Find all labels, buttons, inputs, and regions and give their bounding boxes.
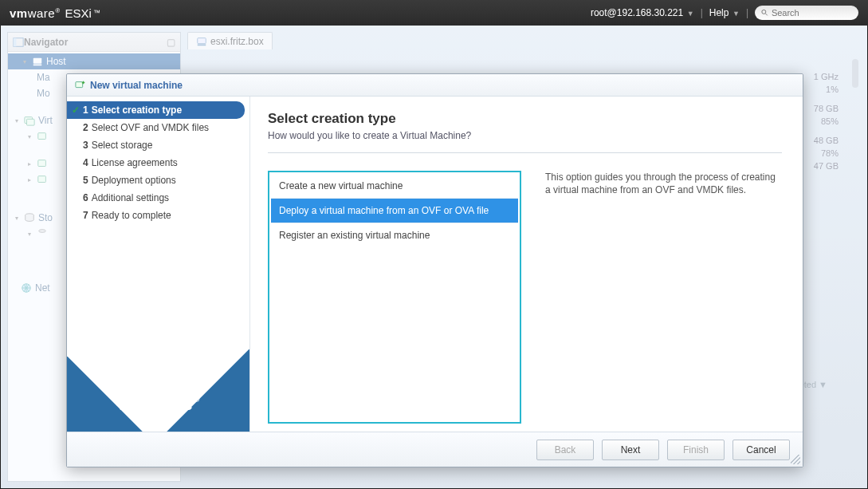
wizard-footer: Back Next Finish Cancel <box>67 432 803 467</box>
brand-logo: vmware® <box>10 6 61 20</box>
wizard-step[interactable]: 3Select storage <box>67 136 249 154</box>
page-title: Select creation type <box>268 111 782 127</box>
topbar: vmware® ESXi ™ root@192.168.30.221 ▼ | H… <box>0 0 868 26</box>
wizard-steps-panel: 1Select creation type 2Select OVF and VM… <box>67 97 250 432</box>
creation-option[interactable]: Create a new virtual machine <box>271 174 518 199</box>
search-input[interactable] <box>772 8 852 18</box>
chevron-down-icon: ▼ <box>730 10 739 18</box>
svg-point-0 <box>762 10 766 14</box>
vmware-logo: vmware® <box>67 391 249 416</box>
svg-rect-16 <box>76 81 83 87</box>
trademark: ™ <box>93 9 100 17</box>
new-vm-icon <box>75 80 86 91</box>
wizard-step[interactable]: 6Additional settings <box>67 189 249 207</box>
wizard-step[interactable]: 2Select OVF and VMDK files <box>67 119 249 136</box>
new-vm-wizard: New virtual machine 1Select creation typ… <box>66 73 803 467</box>
user-menu[interactable]: root@192.168.30.221 ▼ <box>591 7 694 18</box>
svg-line-1 <box>766 14 768 15</box>
wizard-step[interactable]: 1Select creation type <box>67 101 245 119</box>
creation-option[interactable]: Deploy a virtual machine from an OVF or … <box>271 199 518 223</box>
creation-type-list: Create a new virtual machine Deploy a vi… <box>268 171 521 424</box>
main-area: Navigator ▢ ▾ Host Ma Mo ▾ Virt ▾ ▸ ▸ ▾ <box>0 26 868 489</box>
finish-button[interactable]: Finish <box>667 440 725 460</box>
wizard-step[interactable]: 5Deployment options <box>67 172 249 189</box>
wizard-step[interactable]: 4License agreements <box>67 154 249 172</box>
page-subtitle: How would you like to create a Virtual M… <box>268 130 782 141</box>
search-box[interactable] <box>755 6 858 20</box>
wizard-step[interactable]: 7Ready to complete <box>67 207 249 224</box>
cancel-button[interactable]: Cancel <box>732 440 790 460</box>
back-button[interactable]: Back <box>536 440 594 460</box>
divider <box>268 152 782 153</box>
help-menu[interactable]: Help ▼ <box>709 7 740 18</box>
resize-grip[interactable] <box>791 455 800 464</box>
wizard-title: New virtual machine <box>90 80 183 91</box>
option-description: This option guides you through the proce… <box>545 171 782 424</box>
separator: | <box>746 7 748 18</box>
wizard-title-bar: New virtual machine <box>67 74 803 97</box>
chevron-down-icon: ▼ <box>685 10 693 18</box>
wizard-main-panel: Select creation type How would you like … <box>250 97 803 432</box>
creation-option[interactable]: Register an existing virtual machine <box>271 223 518 247</box>
separator: | <box>701 7 703 18</box>
next-button[interactable]: Next <box>602 440 659 460</box>
search-icon <box>761 9 768 17</box>
product-name: ESXi <box>65 6 92 20</box>
